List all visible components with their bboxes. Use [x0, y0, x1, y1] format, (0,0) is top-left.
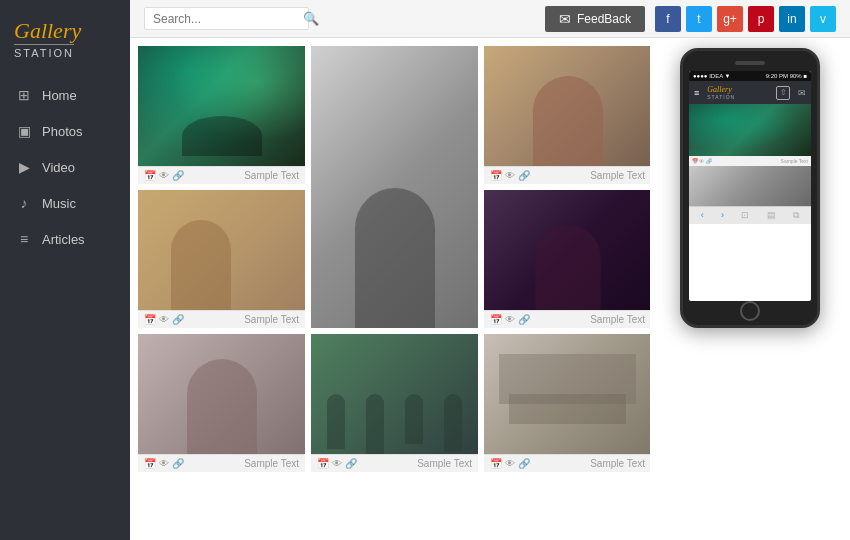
gallery-item-6[interactable]: 📅 👁 🔗 Sample Text [484, 190, 650, 328]
phone-speaker [735, 61, 765, 65]
music-icon: ♪ [16, 195, 32, 211]
phone-carrier: ●●●● IDEA ▼ [693, 73, 730, 79]
phone-meta-icons: 📅 👁 🔗 [692, 158, 712, 164]
gallery-item-5[interactable]: 📅 👁 🔗 Sample Text [138, 190, 305, 328]
sidebar-item-photos-label: Photos [42, 124, 82, 139]
phone-mockup: ●●●● IDEA ▼ 9:20 PM 90% ■ ≡ Gallery STAT… [650, 38, 850, 540]
home-icon: ⊞ [16, 87, 32, 103]
gallery-item-3[interactable]: 📅 👁 🔗 Sample Text [484, 46, 650, 184]
phone-home-button[interactable] [740, 301, 760, 321]
vimeo-icon[interactable]: v [810, 6, 836, 32]
meta-icons-9: 📅 👁 🔗 [317, 458, 357, 469]
meta-text-5: Sample Text [244, 314, 299, 325]
phone-bw-image [689, 166, 811, 206]
meta-icons-1: 📅 👁 🔗 [144, 170, 184, 181]
googleplus-icon[interactable]: g+ [717, 6, 743, 32]
meta-text-3: Sample Text [590, 170, 645, 181]
envelope-icon: ✉ [559, 11, 571, 27]
logo-area: Gallery STATION [0, 10, 130, 77]
sidebar: Gallery STATION ⊞ Home ▣ Photos ▶ Video … [0, 0, 130, 540]
pinterest-icon[interactable]: p [748, 6, 774, 32]
sidebar-item-home[interactable]: ⊞ Home [0, 77, 130, 113]
phone-book-btn[interactable]: ▤ [767, 210, 776, 221]
phone-bottom-nav: ‹ › ⊡ ▤ ⧉ [689, 206, 811, 224]
phone-share-icon[interactable]: ⇧ [776, 86, 790, 100]
gallery-item-9[interactable]: 📅 👁 🔗 Sample Text [311, 334, 478, 472]
phone-concert-image [689, 104, 811, 156]
meta-text-10: Sample Text [590, 458, 645, 469]
phone-battery: 9:20 PM 90% ■ [766, 73, 807, 79]
video-icon: ▶ [16, 159, 32, 175]
meta-icons-6: 📅 👁 🔗 [490, 314, 530, 325]
phone-menu-icon: ≡ [694, 88, 699, 98]
logo-gallery: Gallery [14, 20, 81, 42]
sidebar-item-photos[interactable]: ▣ Photos [0, 113, 130, 149]
phone-sample-text: Sample Text [781, 158, 808, 164]
phone-logo-station: STATION [707, 94, 735, 100]
facebook-icon[interactable]: f [655, 6, 681, 32]
phone-back-btn[interactable]: ‹ [701, 210, 704, 221]
gallery-item-2[interactable]: 📅 👁 🔗 Sample Text [311, 46, 478, 328]
gallery-item-8[interactable]: 📅 👁 🔗 Sample Text [138, 334, 305, 472]
phone-tabs-btn[interactable]: ⧉ [793, 210, 799, 221]
phone-forward-btn[interactable]: › [721, 210, 724, 221]
meta-icons-10: 📅 👁 🔗 [490, 458, 530, 469]
topbar: 🔍 ✉ FeedBack f t g+ p in v [130, 0, 850, 38]
search-icon[interactable]: 🔍 [303, 11, 319, 26]
gallery-area: 📅 👁 🔗 Sample Text 📅 👁 🔗 Sample Text [130, 38, 850, 540]
phone-screen: ●●●● IDEA ▼ 9:20 PM 90% ■ ≡ Gallery STAT… [689, 71, 811, 301]
search-input[interactable] [153, 12, 303, 26]
phone-share-btn[interactable]: ⊡ [741, 210, 749, 221]
gallery-item-10[interactable]: 📅 👁 🔗 Sample Text [484, 334, 650, 472]
photos-icon: ▣ [16, 123, 32, 139]
meta-icons-5: 📅 👁 🔗 [144, 314, 184, 325]
sidebar-item-articles[interactable]: ≡ Articles [0, 221, 130, 257]
phone-nav-bar: ≡ Gallery STATION ⇧ ✉ [689, 81, 811, 104]
meta-text-1: Sample Text [244, 170, 299, 181]
main-area: 🔍 ✉ FeedBack f t g+ p in v [130, 0, 850, 540]
sidebar-item-music-label: Music [42, 196, 76, 211]
sidebar-item-home-label: Home [42, 88, 77, 103]
gallery-grid: 📅 👁 🔗 Sample Text 📅 👁 🔗 Sample Text [130, 38, 650, 540]
meta-icons-3: 📅 👁 🔗 [490, 170, 530, 181]
phone-device: ●●●● IDEA ▼ 9:20 PM 90% ■ ≡ Gallery STAT… [680, 48, 820, 328]
sidebar-item-video[interactable]: ▶ Video [0, 149, 130, 185]
phone-envelope-icon: ✉ [798, 88, 806, 98]
instagram-icon[interactable]: in [779, 6, 805, 32]
meta-text-6: Sample Text [590, 314, 645, 325]
feedback-label: FeedBack [577, 12, 631, 26]
meta-icons-8: 📅 👁 🔗 [144, 458, 184, 469]
sidebar-item-articles-label: Articles [42, 232, 85, 247]
logo-station: STATION [14, 44, 74, 59]
meta-text-9: Sample Text [417, 458, 472, 469]
gallery-item-1[interactable]: 📅 👁 🔗 Sample Text [138, 46, 305, 184]
phone-status-bar: ●●●● IDEA ▼ 9:20 PM 90% ■ [689, 71, 811, 81]
meta-text-8: Sample Text [244, 458, 299, 469]
feedback-button[interactable]: ✉ FeedBack [545, 6, 645, 32]
search-box[interactable]: 🔍 [144, 7, 309, 30]
sidebar-item-video-label: Video [42, 160, 75, 175]
phone-logo-gallery: Gallery [707, 85, 731, 94]
sidebar-item-music[interactable]: ♪ Music [0, 185, 130, 221]
articles-icon: ≡ [16, 231, 32, 247]
phone-item-meta: 📅 👁 🔗 Sample Text [689, 156, 811, 166]
social-icons-bar: f t g+ p in v [655, 6, 836, 32]
twitter-icon[interactable]: t [686, 6, 712, 32]
